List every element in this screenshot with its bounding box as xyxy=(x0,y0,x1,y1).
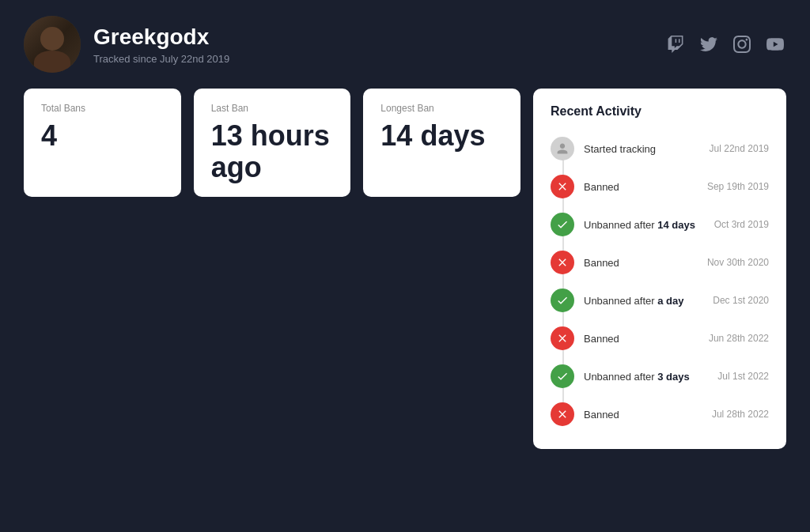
social-icons xyxy=(664,33,786,55)
instagram-icon[interactable] xyxy=(731,33,753,55)
youtube-icon[interactable] xyxy=(764,33,786,55)
activity-text: Unbanned after 14 days xyxy=(584,219,708,231)
last-ban-label: Last Ban xyxy=(211,103,334,114)
username: Greekgodx xyxy=(93,25,229,50)
activity-date: Dec 1st 2020 xyxy=(713,295,769,306)
activity-item: BannedNov 30th 2020 xyxy=(551,243,769,281)
activity-icon xyxy=(551,251,574,274)
activity-item: Unbanned after 14 daysOct 3rd 2019 xyxy=(551,206,769,243)
activity-text: Unbanned after 3 days xyxy=(584,371,711,383)
activity-item: BannedJun 28th 2022 xyxy=(551,319,769,357)
activity-icon xyxy=(551,137,574,160)
activity-item: BannedJul 28th 2022 xyxy=(551,395,769,433)
activity-icon xyxy=(551,213,574,236)
activity-item: Unbanned after 3 daysJul 1st 2022 xyxy=(551,357,769,395)
activity-text: Banned xyxy=(584,257,701,269)
longest-ban-label: Longest Ban xyxy=(380,103,503,114)
activity-icon xyxy=(551,175,574,198)
activity-icon xyxy=(551,364,574,388)
activity-date: Jul 1st 2022 xyxy=(717,371,769,382)
activity-text: Banned xyxy=(584,409,706,421)
activity-icon xyxy=(551,289,574,312)
total-bans-label: Total Bans xyxy=(41,103,164,114)
activity-date: Nov 30th 2020 xyxy=(707,257,769,268)
last-ban-value: 13 hours ago xyxy=(211,120,334,183)
header: Greekgodx Tracked since July 22nd 2019 xyxy=(0,0,810,89)
activity-date: Sep 19th 2019 xyxy=(707,181,769,192)
total-bans-value: 4 xyxy=(41,120,164,152)
header-info: Greekgodx Tracked since July 22nd 2019 xyxy=(93,25,229,65)
longest-ban-card: Longest Ban 14 days xyxy=(363,89,520,197)
activity-text: Banned xyxy=(584,333,702,345)
activity-text: Started tracking xyxy=(584,143,703,155)
activity-item: BannedSep 19th 2019 xyxy=(551,168,769,206)
last-ban-card: Last Ban 13 hours ago xyxy=(194,89,351,197)
activity-panel: Recent Activity Started trackingJul 22nd… xyxy=(533,89,786,449)
activity-date: Jul 28th 2022 xyxy=(712,409,769,420)
activity-text: Unbanned after a day xyxy=(584,295,706,307)
stats-row: Total Bans 4 Last Ban 13 hours ago Longe… xyxy=(24,89,520,197)
twitter-icon[interactable] xyxy=(698,33,720,55)
activity-item: Unbanned after a dayDec 1st 2020 xyxy=(551,281,769,319)
twitch-icon[interactable] xyxy=(664,33,687,55)
stat-cards: Total Bans 4 Last Ban 13 hours ago Longe… xyxy=(24,89,520,197)
header-left: Greekgodx Tracked since July 22nd 2019 xyxy=(24,16,229,73)
total-bans-card: Total Bans 4 xyxy=(24,89,181,197)
activity-text: Banned xyxy=(584,181,701,193)
activity-date: Oct 3rd 2019 xyxy=(714,219,769,230)
activity-item: Started trackingJul 22nd 2019 xyxy=(551,130,769,168)
activity-icon xyxy=(551,402,574,426)
main-content: Total Bans 4 Last Ban 13 hours ago Longe… xyxy=(0,89,810,473)
longest-ban-value: 14 days xyxy=(380,120,503,152)
activity-icon xyxy=(551,326,574,350)
tracked-since: Tracked since July 22nd 2019 xyxy=(93,53,229,65)
avatar xyxy=(24,16,81,73)
activity-list: Started trackingJul 22nd 2019BannedSep 1… xyxy=(551,130,769,433)
activity-date: Jul 22nd 2019 xyxy=(710,143,769,154)
activity-date: Jun 28th 2022 xyxy=(709,333,769,344)
activity-title: Recent Activity xyxy=(551,104,769,119)
